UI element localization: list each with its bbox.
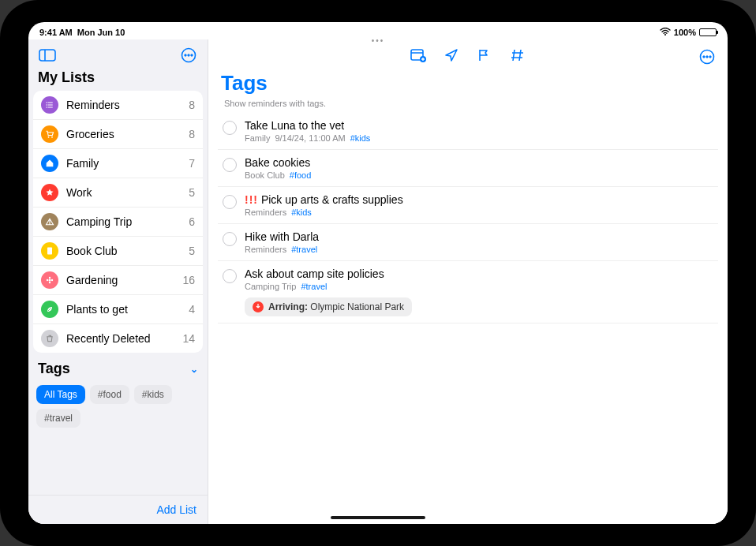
reminders-container: Take Luna to the vet Family9/14/24, 11:0… [208,113,728,323]
sidebar-list-item[interactable]: Groceries 8 [33,120,203,149]
sidebar-toggle-icon[interactable] [36,44,58,66]
reminder-title: Hike with Darla [245,230,713,243]
reminder-row[interactable]: Ask about camp site policies Camping Tri… [218,261,718,323]
list-name: Book Club [66,245,181,257]
flower-icon [41,271,58,289]
main-toolbar [208,39,728,68]
reminder-tag[interactable]: #kids [291,208,312,217]
location-icon[interactable] [443,47,460,64]
star-icon [41,184,58,201]
svg-point-0 [664,34,666,36]
list-count: 5 [189,245,195,257]
complete-toggle[interactable] [223,158,237,172]
svg-point-27 [706,56,708,58]
list-name: Family [66,157,181,170]
priority-indicator: !!! [245,193,258,206]
list-name: Plants to get [66,303,181,316]
tags-container: All Tags#food#kids#travel [28,385,208,434]
more-icon[interactable] [696,46,718,68]
reminder-tag[interactable]: #food [290,170,312,180]
complete-toggle[interactable] [223,195,237,209]
svg-rect-1 [39,50,55,61]
svg-point-13 [48,136,50,138]
main-pane: Tags Show reminders with tags. Take Luna… [208,39,728,524]
svg-point-21 [51,279,53,281]
reminder-row[interactable]: Bake cookies Book Club#food [218,150,718,187]
home-indicator[interactable] [331,516,425,519]
home-icon [41,155,58,172]
location-badge: Arriving: Olympic National Park [245,297,412,316]
battery-percent: 100% [674,28,696,37]
status-date: Mon Jun 10 [77,28,125,37]
trash-icon [41,330,58,347]
list-count: 6 [189,215,195,228]
hashtag-icon[interactable] [509,47,526,64]
reminder-list: Reminders [245,208,286,217]
sidebar-list-item[interactable]: Plants to get 4 [33,295,203,324]
sidebar-list-item[interactable]: Work 5 [33,178,203,208]
svg-point-14 [51,136,53,138]
svg-point-5 [188,54,189,56]
reminder-row[interactable]: Take Luna to the vet Family9/14/24, 11:0… [218,113,718,150]
wifi-icon [660,28,671,37]
list-count: 16 [182,274,195,286]
reminder-list: Camping Trip [245,282,296,291]
reminder-title: !!! Pick up arts & crafts supplies [245,193,713,206]
tag-chip[interactable]: #kids [134,385,172,404]
tag-chip[interactable]: All Tags [36,385,85,404]
reminder-title: Ask about camp site policies [245,267,713,280]
svg-point-17 [49,279,51,282]
svg-rect-15 [47,248,52,255]
status-time: 9:41 AM [39,28,73,37]
list-name: Work [66,186,181,199]
list-name: Camping Trip [66,215,181,228]
tag-chip[interactable]: #travel [36,409,80,428]
sidebar-list-item[interactable]: Camping Trip 6 [33,208,203,237]
list-count: 8 [189,99,195,111]
reminder-row[interactable]: Hike with Darla Reminders#travel [218,224,718,261]
reminder-tag[interactable]: #kids [350,133,371,143]
tags-heading: Tags [38,361,70,377]
reminder-tag[interactable]: #travel [301,282,327,291]
chevron-down-icon[interactable]: ⌄ [190,364,198,375]
more-icon[interactable] [178,44,200,66]
book-icon [41,242,58,260]
sidebar-list-item[interactable]: Family 7 [33,149,203,178]
svg-point-6 [191,54,193,56]
page-subtitle: Show reminders with tags. [208,95,728,113]
list-name: Groceries [66,128,181,140]
list-name: Gardening [66,274,174,286]
sidebar-list-item[interactable]: Book Club 5 [33,237,203,266]
multitask-dots-icon[interactable]: ••• [372,36,385,45]
sidebar-list-item[interactable]: Recently Deleted 14 [33,324,203,353]
list-count: 8 [189,128,195,140]
reminder-tag[interactable]: #travel [291,245,317,254]
reminder-list: Family [245,133,270,143]
svg-point-10 [47,102,48,103]
location-pin-icon [253,301,264,312]
list-name: Recently Deleted [66,332,174,345]
flag-icon[interactable] [476,47,493,64]
list-count: 4 [189,303,195,316]
my-lists-heading: My Lists [28,68,208,91]
calendar-add-icon[interactable] [410,47,427,64]
svg-point-19 [49,282,51,283]
svg-point-20 [47,279,48,281]
sidebar-list-item[interactable]: Gardening 16 [33,266,203,295]
reminder-date: 9/14/24, 11:00 AM [275,133,345,143]
sidebar: My Lists Reminders 8 Groceries 8 Family … [28,39,208,524]
list-icon [41,96,58,114]
lists-container: Reminders 8 Groceries 8 Family 7 Work 5 … [33,91,203,353]
complete-toggle[interactable] [223,232,237,246]
tent-icon [41,213,58,230]
complete-toggle[interactable] [223,269,237,283]
add-list-button[interactable]: Add List [28,495,208,524]
tag-chip[interactable]: #food [90,385,129,404]
complete-toggle[interactable] [223,121,237,135]
svg-point-11 [47,104,48,106]
reminder-row[interactable]: !!! Pick up arts & crafts supplies Remin… [218,187,718,224]
list-count: 5 [189,186,195,199]
sidebar-list-item[interactable]: Reminders 8 [33,91,203,120]
svg-point-12 [47,107,48,108]
svg-point-26 [703,56,705,58]
